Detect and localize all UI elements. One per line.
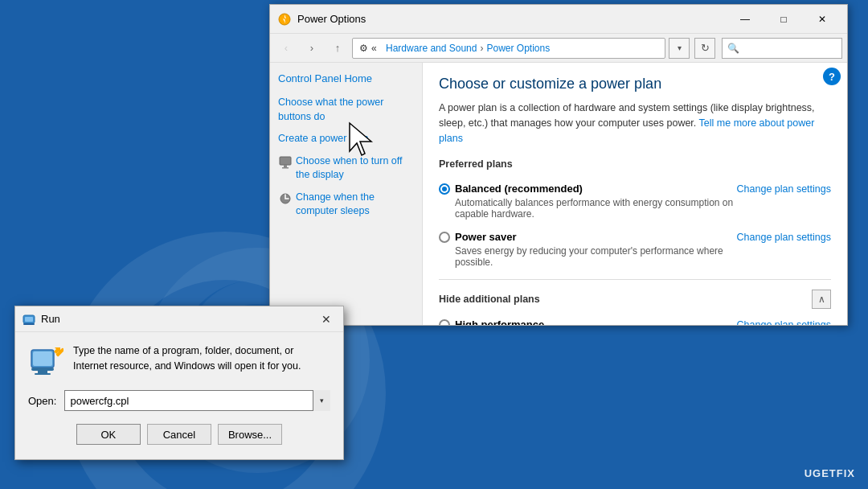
plan-balanced-radio-row: Balanced (recommended) (439, 183, 737, 195)
breadcrumb-icon: ⚙ (359, 43, 368, 54)
plan-high-perf-change-link[interactable]: Change plan settings (737, 319, 831, 325)
plan-power-saver-name: Power saver (455, 231, 517, 243)
sidebar-link-display[interactable]: Choose when to turn off the display (296, 154, 414, 183)
breadcrumb-part1 (380, 43, 383, 54)
refresh-button[interactable]: ↻ (694, 38, 715, 59)
search-box[interactable]: 🔍 (722, 38, 842, 59)
run-dialog-title: Run (41, 313, 316, 325)
display-icon (278, 155, 293, 170)
run-dialog-titlebar: Run ✕ (15, 306, 343, 332)
svg-rect-2 (280, 157, 291, 165)
svg-rect-3 (284, 165, 287, 167)
sidebar-home-link[interactable]: Control Panel Home (278, 72, 414, 84)
plan-balanced-name: Balanced (recommended) (455, 183, 583, 195)
minimize-button[interactable]: — (727, 7, 764, 31)
run-dialog-description: Type the name of a program, folder, docu… (73, 343, 330, 374)
breadcrumb-power[interactable]: Power Options (486, 43, 550, 54)
svg-rect-13 (38, 371, 47, 373)
power-window-title: Power Options (297, 13, 727, 25)
breadcrumb-separator: « (371, 43, 377, 54)
main-content: Control Panel Home Choose what the power… (270, 63, 847, 325)
content-title: Choose or customize a power plan (439, 76, 831, 92)
address-dropdown[interactable]: ▾ (669, 38, 690, 59)
collapse-button[interactable]: ∧ (812, 290, 831, 309)
plan-high-performance: High performance Favors performance, but… (439, 318, 831, 325)
sidebar-link-display-wrapper: Choose when to turn off the display (278, 154, 414, 183)
plan-high-perf-left: High performance Favors performance, but… (439, 318, 658, 325)
search-icon: 🔍 (727, 43, 739, 54)
plan-high-perf-radio[interactable] (439, 319, 450, 325)
run-open-label: Open: (28, 395, 56, 407)
run-open-row: Open: ▾ (28, 390, 330, 411)
plan-power-saver-desc: Saves energy by reducing your computer's… (455, 245, 737, 268)
help-button[interactable]: ? (823, 68, 841, 85)
plan-balanced-change-link[interactable]: Change plan settings (737, 183, 831, 195)
run-ok-button[interactable]: OK (76, 424, 141, 445)
run-close-button[interactable]: ✕ (316, 310, 337, 329)
address-path[interactable]: ⚙ « Hardware and Sound › Power Options (352, 38, 665, 59)
plan-power-saver: Power saver Saves energy by reducing you… (439, 231, 831, 268)
preferred-plans-label: Preferred plans (439, 158, 831, 173)
run-input-field[interactable] (64, 390, 330, 411)
sidebar-link-sleep-wrapper: Change when the computer sleeps (278, 191, 414, 219)
sleep-icon (278, 191, 293, 206)
run-top-row: Type the name of a program, folder, docu… (28, 343, 330, 379)
svg-rect-12 (31, 368, 54, 371)
plan-power-saver-radio-row: Power saver (439, 231, 737, 243)
address-bar: ‹ › ↑ ⚙ « Hardware and Sound › Power Opt… (270, 34, 847, 63)
breadcrumb-arrow: › (480, 43, 483, 54)
plan-balanced-radio[interactable] (439, 183, 450, 195)
sidebar-link-create-plan[interactable]: Create a power plan (278, 132, 414, 146)
hide-plans-label: Hide additional plans (439, 294, 540, 305)
run-dialog-body: Type the name of a program, folder, docu… (15, 332, 343, 459)
maximize-button[interactable]: □ (765, 7, 802, 31)
power-window-titlebar: Power Options — □ ✕ (270, 5, 847, 34)
plan-balanced-desc: Automatically balances performance with … (455, 197, 737, 220)
content-description: A power plan is a collection of hardware… (439, 101, 831, 146)
plan-power-saver-change-link[interactable]: Change plan settings (737, 232, 831, 243)
svg-rect-4 (282, 167, 289, 169)
plan-power-saver-radio[interactable] (439, 232, 450, 243)
up-button[interactable]: ↑ (326, 38, 349, 59)
hide-plans-row: Hide additional plans ∧ (439, 290, 831, 309)
svg-rect-11 (33, 351, 52, 366)
back-button[interactable]: ‹ (275, 38, 297, 59)
power-window-icon (276, 11, 293, 27)
forward-button[interactable]: › (301, 38, 323, 59)
svg-rect-8 (25, 317, 33, 322)
run-browse-button[interactable]: Browse... (218, 424, 282, 445)
svg-rect-9 (23, 323, 35, 325)
run-cancel-button[interactable]: Cancel (147, 424, 211, 445)
close-button[interactable]: ✕ (804, 7, 841, 31)
run-big-icon (28, 343, 63, 379)
sidebar-link-sleep[interactable]: Change when the computer sleeps (296, 191, 414, 219)
run-icon (22, 312, 36, 327)
svg-rect-14 (35, 373, 51, 375)
run-input-wrapper: ▾ (64, 390, 330, 411)
run-dropdown-arrow[interactable]: ▾ (313, 390, 330, 411)
plans-divider (439, 279, 831, 280)
power-options-window: Power Options — □ ✕ ‹ › ↑ ⚙ « Hardware a… (269, 4, 848, 326)
plan-power-saver-left: Power saver Saves energy by reducing you… (439, 231, 737, 268)
window-control-buttons: — □ ✕ (727, 7, 841, 31)
sidebar: Control Panel Home Choose what the power… (270, 63, 423, 325)
sidebar-link-power-buttons[interactable]: Choose what the power buttons do (278, 96, 414, 124)
plan-high-perf-radio-row: High performance (439, 318, 658, 325)
plan-balanced-left: Balanced (recommended) Automatically bal… (439, 183, 737, 220)
plan-balanced: Balanced (recommended) Automatically bal… (439, 183, 831, 220)
content-panel: Choose or customize a power plan A power… (423, 63, 847, 325)
plan-high-perf-name: High performance (455, 318, 544, 325)
run-dialog-buttons: OK Cancel Browse... (28, 424, 330, 448)
run-dialog: Run ✕ Type the name of a program, folder… (14, 306, 344, 460)
watermark: UGETFIX (805, 467, 855, 479)
breadcrumb-hardware[interactable]: Hardware and Sound (386, 43, 477, 54)
